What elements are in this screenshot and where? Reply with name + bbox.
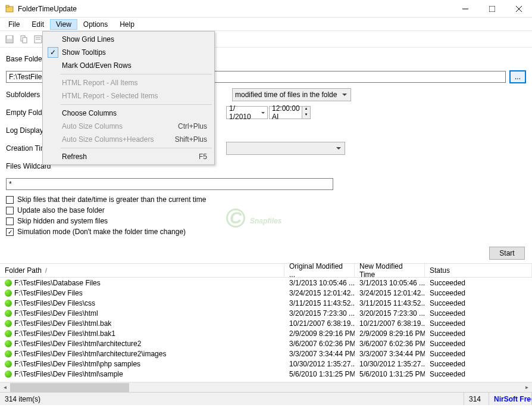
scroll-thumb[interactable]	[10, 383, 129, 392]
time-input[interactable]: 12:00:00 AI ▲ ▼	[269, 106, 311, 119]
horizontal-scrollbar[interactable]: ◄ ►	[0, 382, 532, 392]
cell-path: F:\TestFiles\Dev Files\html.bak	[0, 319, 284, 328]
cell-new: 2/9/2009 8:29:16 PM	[355, 329, 425, 338]
cell-orig: 3/11/2015 11:43:52...	[284, 299, 355, 307]
menu-edit[interactable]: Edit	[26, 19, 50, 30]
cell-new: 3/20/2015 7:23:30 ...	[355, 309, 425, 318]
spinner-down-icon[interactable]: ▼	[302, 113, 310, 119]
cell-path: F:\TestFiles\Dev Files\html\architecture…	[0, 340, 284, 348]
app-icon	[5, 4, 14, 14]
success-icon	[5, 330, 12, 337]
start-button[interactable]: Start	[489, 247, 525, 260]
copy-icon[interactable]	[18, 33, 30, 45]
table-row[interactable]: F:\TestFiles\Dev Files\css 3/11/2015 11:…	[0, 298, 532, 308]
menu-help[interactable]: Help	[114, 19, 140, 30]
checkbox-simulation[interactable]: Simulation mode (Don't make the folder t…	[6, 226, 526, 237]
cell-status: Succeeded	[425, 340, 532, 348]
success-icon	[5, 371, 12, 378]
titlebar: FolderTimeUpdate	[0, 0, 532, 18]
table-row[interactable]: F:\TestFiles\Dev Files\html\architecture…	[0, 349, 532, 359]
close-button[interactable]	[505, 0, 532, 18]
cell-new: 3/3/2007 3:34:44 PM	[355, 350, 425, 358]
scroll-left-icon[interactable]: ◄	[0, 382, 10, 393]
cell-orig: 3/3/2007 3:34:44 PM	[284, 350, 355, 358]
checkbox-skip-hidden[interactable]: Skip hidden and system files	[6, 216, 526, 226]
table-row[interactable]: F:\TestFiles\Dev Files\html 3/20/2015 7:…	[0, 308, 532, 318]
checkbox-icon[interactable]	[6, 207, 14, 214]
cell-path: F:\TestFiles\Dev Files	[0, 289, 284, 297]
success-icon	[5, 340, 12, 347]
subfolders-dropdown[interactable]: modified time of files in the folde	[232, 88, 351, 101]
success-icon	[5, 279, 12, 287]
menu-file[interactable]: File	[2, 19, 26, 30]
table-row[interactable]: F:\TestFiles\Dev Files\html\architecture…	[0, 338, 532, 349]
cell-status: Succeeded	[425, 329, 532, 338]
table-header: Folder Path/ Original Modified ... New M…	[0, 263, 532, 278]
cell-status: Succeeded	[425, 350, 532, 358]
table-row[interactable]: F:\TestFiles\Dev Files 3/24/2015 12:01:4…	[0, 288, 532, 298]
checkbox-icon[interactable]	[6, 228, 14, 236]
maximize-button[interactable]	[478, 0, 505, 18]
statusbar: 314 item(s) 314 NirSoft Freeware. http	[0, 392, 532, 405]
minimize-button[interactable]	[452, 0, 478, 18]
spinner-up-icon[interactable]: ▲	[302, 107, 310, 113]
svg-rect-1	[6, 5, 9, 7]
cell-new: 3/1/2013 10:05:46 ...	[355, 279, 425, 287]
cell-status: Succeeded	[425, 319, 532, 328]
window-title: FolderTimeUpdate	[18, 5, 452, 13]
menu-refresh[interactable]: Refresh F5	[44, 150, 213, 163]
table-row[interactable]: F:\TestFiles\Dev Files\html\sample 5/6/2…	[0, 369, 532, 379]
status-link[interactable]: NirSoft Freeware. http	[489, 393, 532, 405]
menu-auto-size-headers[interactable]: Auto Size Columns+Headers Shift+Plus	[44, 133, 213, 146]
menu-view[interactable]: View	[50, 19, 77, 30]
cell-new: 3/11/2015 11:43:52...	[355, 299, 425, 307]
menu-mark-odd-even[interactable]: Mark Odd/Even Rows	[44, 59, 213, 72]
browse-button[interactable]: ...	[509, 70, 526, 83]
check-icon: ✓	[48, 47, 58, 58]
scroll-right-icon[interactable]: ►	[522, 382, 532, 393]
cell-path: F:\TestFiles\Dev Files\html\architecture…	[0, 350, 284, 358]
table-row[interactable]: F:\TestFiles\Dev Files\html\php samples …	[0, 359, 532, 369]
save-icon[interactable]	[4, 33, 15, 45]
cell-status: Succeeded	[425, 370, 532, 378]
menu-separator	[61, 74, 212, 74]
cell-path: F:\TestFiles\Dev Files\html\php samples	[0, 360, 284, 368]
cell-status: Succeeded	[425, 360, 532, 368]
menu-auto-size-columns[interactable]: Auto Size Columns Ctrl+Plus	[44, 120, 213, 133]
success-icon	[5, 290, 12, 297]
menu-html-selected[interactable]: HTML Report - Selected Items	[44, 89, 213, 102]
column-header-new[interactable]: New Modified Time	[355, 264, 425, 277]
menu-options[interactable]: Options	[77, 19, 114, 30]
menubar: File Edit View Options Help	[0, 18, 532, 31]
checkbox-icon[interactable]	[6, 196, 14, 204]
checkbox-skip-greater[interactable]: Skip files that their date/time is great…	[6, 194, 526, 205]
cell-orig: 3/1/2013 10:05:46 ...	[284, 279, 355, 287]
menu-choose-columns[interactable]: Choose Columns	[44, 107, 213, 120]
menu-separator	[61, 148, 212, 148]
menu-show-tooltips[interactable]: ✓ Show Tooltips	[44, 46, 213, 59]
table-row[interactable]: F:\TestFiles\Dev Files\html.bak 10/21/20…	[0, 318, 532, 328]
date-input[interactable]: 1/ 1/2010	[226, 106, 268, 119]
cell-status: Succeeded	[425, 299, 532, 307]
scroll-track[interactable]	[10, 382, 522, 393]
cell-orig: 5/6/2010 1:31:25 PM	[284, 370, 355, 378]
menu-show-grid-lines[interactable]: Show Grid Lines	[44, 33, 213, 46]
column-header-path[interactable]: Folder Path/	[0, 264, 284, 277]
creation-time-dropdown[interactable]	[226, 142, 345, 155]
svg-rect-9	[23, 38, 27, 43]
status-items: 314 item(s)	[0, 393, 464, 405]
column-header-orig[interactable]: Original Modified ...	[284, 264, 355, 277]
cell-path: F:\TestFiles\Dev Files\css	[0, 299, 284, 307]
column-header-status[interactable]: Status	[425, 264, 532, 277]
table-row[interactable]: F:\TestFiles\Database Files 3/1/2013 10:…	[0, 278, 532, 288]
menu-html-all[interactable]: HTML Report - All Items	[44, 76, 213, 89]
table-body: F:\TestFiles\Database Files 3/1/2013 10:…	[0, 278, 532, 382]
time-spinner[interactable]: ▲ ▼	[302, 107, 310, 119]
cell-orig: 2/9/2009 8:29:16 PM	[284, 329, 355, 338]
checkbox-icon[interactable]	[6, 217, 14, 225]
view-dropdown-menu: Show Grid Lines ✓ Show Tooltips Mark Odd…	[42, 31, 215, 165]
wildcard-input[interactable]	[6, 178, 333, 190]
cell-orig: 10/21/2007 6:38:19...	[284, 319, 355, 328]
table-row[interactable]: F:\TestFiles\Dev Files\html.bak1 2/9/200…	[0, 328, 532, 338]
checkbox-update-base[interactable]: Update also the base folder	[6, 205, 526, 216]
